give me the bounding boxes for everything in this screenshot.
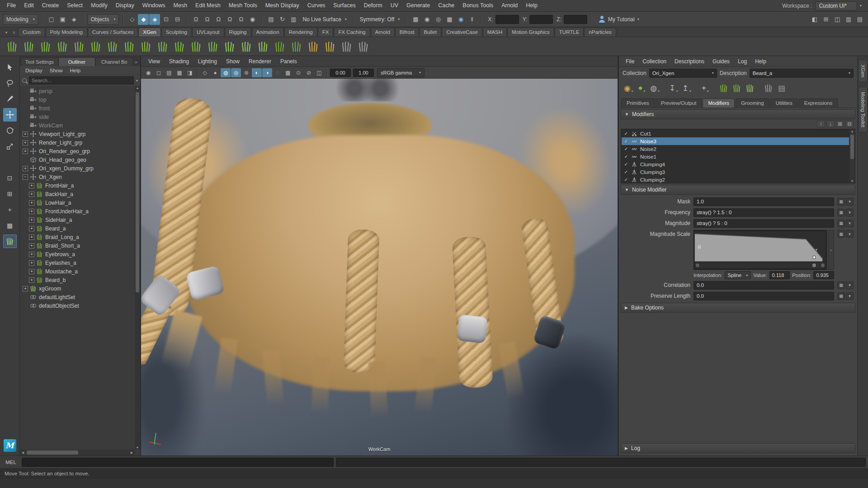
xgen-comb-brush-icon[interactable] xyxy=(138,39,154,54)
input-operations-icon[interactable]: ▤ xyxy=(265,14,276,25)
outliner-item-eyebrows-a[interactable]: +Eyebrows_a xyxy=(20,250,135,258)
shelf-tab-rigging[interactable]: Rigging xyxy=(225,28,251,37)
select-mask-line-icon[interactable]: ⊟ xyxy=(172,14,183,25)
checkmark-icon[interactable]: ✓ xyxy=(623,139,629,144)
viewport-menu-shading[interactable]: Shading xyxy=(165,58,193,65)
description-selector[interactable]: Beard_a ▾ xyxy=(750,69,854,78)
single-pane-layout-icon[interactable]: ◧ xyxy=(809,14,820,25)
param-value-field[interactable]: 0.0 xyxy=(693,281,834,290)
xgen-menu-descriptions[interactable]: Descriptions xyxy=(670,58,708,65)
viewport-menu-show[interactable]: Show xyxy=(222,58,244,65)
xgen-blend-brush-icon[interactable] xyxy=(255,39,271,54)
xgen-freeze-brush-icon[interactable] xyxy=(239,39,254,54)
shelf-options-icon[interactable]: ≡ xyxy=(10,30,18,37)
expander-icon[interactable]: + xyxy=(23,140,28,145)
xgen-update-preview-icon[interactable] xyxy=(289,39,304,54)
outliner-item-workcam[interactable]: WorkCam xyxy=(20,121,135,130)
expander-icon[interactable]: + xyxy=(29,183,34,188)
select-by-hierarchy-icon[interactable]: ◇ xyxy=(127,14,137,25)
expression-button[interactable]: ▾ xyxy=(846,230,854,238)
menu-display[interactable]: Display xyxy=(112,0,138,11)
xgen-menu-guides[interactable]: Guides xyxy=(708,58,734,65)
shelf-tab-bullet[interactable]: Bullet xyxy=(419,28,441,37)
expander-icon[interactable]: + xyxy=(23,131,28,137)
xgen-tab-expressions[interactable]: Expressions xyxy=(799,99,838,108)
search-input[interactable] xyxy=(29,76,134,84)
textured-icon[interactable]: ◍ xyxy=(221,68,231,77)
outliner-item-braid-long-a[interactable]: +Braid_Long_a xyxy=(20,233,135,241)
shelf-tab-uvlayout[interactable]: UVLayout xyxy=(192,28,224,37)
snap-to-projected-center-icon[interactable]: Ω xyxy=(224,14,235,25)
symmetry-selector[interactable]: Symmetry: Off ▾ xyxy=(357,14,402,25)
xgen-create-groom-icon[interactable] xyxy=(21,39,37,54)
expression-button[interactable]: ▾ xyxy=(846,292,854,300)
expander-icon[interactable]: + xyxy=(23,286,28,291)
expression-button[interactable]: ▾ xyxy=(846,220,854,227)
viewport-menu-panels[interactable]: Panels xyxy=(276,58,302,65)
viewport-menu-view[interactable]: View xyxy=(144,58,165,65)
construction-history-icon[interactable]: ↻ xyxy=(277,14,288,25)
param-value-field[interactable]: stray() ? 1.5 : 0 xyxy=(693,208,834,217)
menu-mesh[interactable]: Mesh xyxy=(170,0,192,11)
clear-preview-icon[interactable]: ◍▾ xyxy=(649,81,660,95)
xgen-cut-brush-icon[interactable] xyxy=(205,39,221,54)
selection-mode-selector[interactable]: Objects ▾ xyxy=(87,14,119,25)
menu-curves[interactable]: Curves xyxy=(303,0,330,11)
ramp-expand-button[interactable]: › xyxy=(828,230,834,270)
select-mask-point-icon[interactable]: ⊡ xyxy=(160,14,171,25)
scroll-up-icon[interactable]: ▲ xyxy=(849,130,855,133)
outliner-item-side[interactable]: side xyxy=(20,113,135,121)
menu-file[interactable]: File xyxy=(3,0,20,11)
add-tool-icon[interactable]: + xyxy=(3,203,17,216)
modifier-move-down-icon[interactable]: ↓ xyxy=(826,120,835,127)
scroll-down-icon[interactable]: ▼ xyxy=(849,179,855,183)
ramp-position-input[interactable]: 0.935 xyxy=(813,271,834,279)
multisample-icon[interactable]: ▩ xyxy=(283,68,293,77)
scrollbar-thumb[interactable] xyxy=(136,92,139,292)
menu-uv[interactable]: UV xyxy=(387,0,402,11)
xgen-noise-brush-icon[interactable] xyxy=(172,39,187,54)
menu-select[interactable]: Select xyxy=(63,0,87,11)
menu-cache[interactable]: Cache xyxy=(434,0,458,11)
lighting-icon[interactable]: ⊛ xyxy=(241,68,251,77)
mel-command-input[interactable] xyxy=(22,458,334,467)
add-modifier-icon[interactable]: +▾ xyxy=(699,81,711,95)
xgen-sculpt-guides-icon[interactable] xyxy=(55,39,70,54)
display-film-gate-icon[interactable]: ◉ xyxy=(455,14,466,25)
xgen-width-brush-icon[interactable] xyxy=(122,39,137,54)
expander-icon[interactable]: + xyxy=(29,243,34,249)
outliner-item-eyelashes-a[interactable]: +Eyelashes_a xyxy=(20,258,135,267)
outliner-item-frontunderhair-a[interactable]: +FrontUnderHair_a xyxy=(20,207,135,216)
xgen-tab-primitives[interactable]: Primitives xyxy=(621,99,655,108)
color-space-selector[interactable]: sRGB gamma ▾ xyxy=(377,68,425,77)
workspace-selector[interactable]: Workspace : Custom UI* ▾ xyxy=(778,1,865,10)
wireframe-icon[interactable]: ◇ xyxy=(200,68,210,77)
outliner-item-beard-a[interactable]: +Beard_a xyxy=(20,224,135,233)
xgen-length-brush-icon[interactable] xyxy=(105,39,120,54)
shelf-tab-mash[interactable]: MASH xyxy=(483,28,507,37)
texture-map-button[interactable]: ▦ xyxy=(837,282,845,289)
texture-map-button[interactable]: ▦ xyxy=(837,209,845,216)
outliner-item-persp[interactable]: persp xyxy=(20,87,135,95)
outliner-menu-display[interactable]: Display xyxy=(22,68,46,73)
menu-help[interactable]: Help xyxy=(522,0,542,11)
lock-camera-icon[interactable]: ◻ xyxy=(154,68,164,77)
xgen-utilities-icon[interactable] xyxy=(356,39,371,54)
expander-icon[interactable]: + xyxy=(29,209,34,214)
shelf-menu-icon[interactable]: ▾ xyxy=(3,30,10,37)
outliner-item-backhair-a[interactable]: +BackHair_a xyxy=(20,190,135,198)
gamma-field[interactable]: 1.00 xyxy=(353,69,374,77)
menu-arnold[interactable]: Arnold xyxy=(497,0,522,11)
outliner-item-render-light-grp[interactable]: +Render_Light_grp xyxy=(20,138,135,147)
menu-mesh-display[interactable]: Mesh Display xyxy=(261,0,303,11)
texture-map-button[interactable]: ▦ xyxy=(837,292,845,300)
menu-edit-mesh[interactable]: Edit Mesh xyxy=(191,0,225,11)
modifier-item-noise1[interactable]: ✓Noise1 xyxy=(622,153,849,160)
ramp-value-input[interactable]: 0.118 xyxy=(769,271,790,279)
select-tool[interactable] xyxy=(3,61,17,74)
outliner-item-beard-b[interactable]: +Beard_b xyxy=(20,276,135,284)
xgen-menu-help[interactable]: Help xyxy=(751,58,770,65)
select-by-object-icon[interactable]: ◆ xyxy=(138,14,149,25)
modifier-delete-icon[interactable]: ⊟ xyxy=(845,120,854,127)
export-selection-icon[interactable]: ↧▾ xyxy=(668,81,679,95)
